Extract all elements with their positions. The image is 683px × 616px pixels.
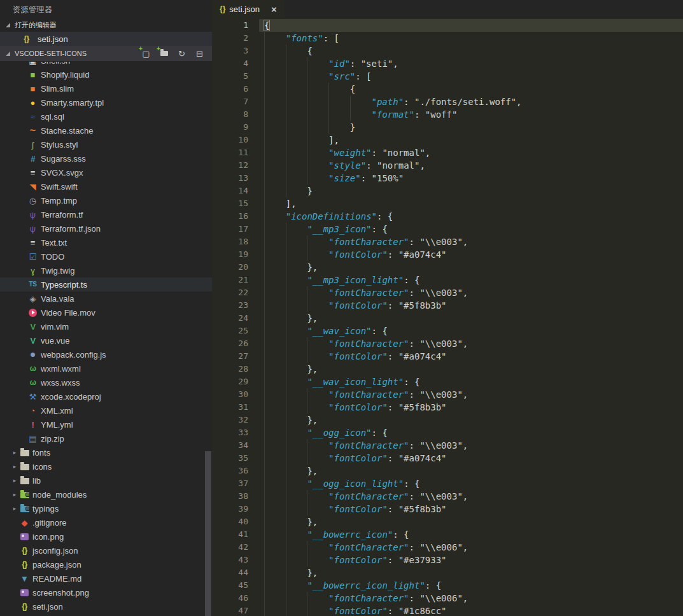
code-line-29[interactable]: 29"__wav_icon_light": { — [212, 375, 683, 388]
tree-item-webpack.config.js[interactable]: ●webpack.config.js — [0, 347, 212, 361]
code-line-35[interactable]: 35"fontColor": "#a074c4" — [212, 452, 683, 465]
tree-item-vue.vue[interactable]: Vvue.vue — [0, 333, 212, 347]
code-line-39[interactable]: 39"fontColor": "#5f8b3b" — [212, 503, 683, 515]
chevron-right-icon[interactable]: ▸ — [10, 477, 19, 484]
tree-item-Text.txt[interactable]: ≡Text.txt — [0, 235, 212, 249]
code-line-15[interactable]: 15], — [212, 197, 683, 210]
tree-item-jsconfig.json[interactable]: {}jsconfig.json — [0, 543, 212, 557]
code-line-47[interactable]: 47"fontColor": "#1c86cc" — [212, 605, 683, 616]
code-line-4[interactable]: 4"id": "seti", — [212, 57, 683, 70]
tree-item-xcode.xcodeproj[interactable]: ⚒xcode.xcodeproj — [0, 389, 212, 403]
tree-item-YML.yml[interactable]: !YML.yml — [0, 417, 212, 431]
new-file-icon[interactable]: ▢+ — [140, 48, 152, 60]
tree-item-wxss.wxss[interactable]: ωwxss.wxss — [0, 375, 212, 389]
tree-item-Typescript.ts[interactable]: TSTypescript.ts — [0, 277, 212, 291]
tree-item-Terraform.tf.json[interactable]: ψTerraform.tf.json — [0, 221, 212, 235]
code-line-6[interactable]: 6{ — [212, 83, 683, 95]
code-line-41[interactable]: 41"__bowerrc_icon": { — [212, 528, 683, 541]
new-folder-icon[interactable]: + — [158, 48, 170, 60]
tree-item-TODO[interactable]: ☑TODO — [0, 249, 212, 263]
code-line-38[interactable]: 38"fontCharacter": "\\e003", — [212, 490, 683, 503]
sidebar-scrollbar-thumb[interactable] — [205, 451, 211, 616]
tree-item-Temp.tmp[interactable]: ◷Temp.tmp — [0, 193, 212, 207]
tree-item-sql.sql[interactable]: ≈sql.sql — [0, 109, 212, 123]
code-line-46[interactable]: 46"fontCharacter": "\\e006", — [212, 592, 683, 605]
code-line-21[interactable]: 21"__mp3_icon_light": { — [212, 274, 683, 286]
code-line-18[interactable]: 18"fontCharacter": "\\e003", — [212, 235, 683, 248]
code-line-13[interactable]: 13"size": "150%" — [212, 172, 683, 185]
open-editors-section-header[interactable]: 打开的编辑器 — [0, 18, 212, 32]
code-line-8[interactable]: 8"format": "woff" — [212, 108, 683, 121]
code-line-26[interactable]: 26"fontCharacter": "\\e003", — [212, 337, 683, 350]
code-line-16[interactable]: 16"iconDefinitions": { — [212, 210, 683, 223]
tree-item-Terraform.tf[interactable]: ψTerraform.tf — [0, 207, 212, 221]
code-line-5[interactable]: 5"src": [ — [212, 70, 683, 83]
tree-item-Slim.slim[interactable]: ■Slim.slim — [0, 81, 212, 95]
tree-item-.gitignore[interactable]: ◆.gitignore — [0, 515, 212, 529]
code-line-45[interactable]: 45"__bowerrc_icon_light": { — [212, 579, 683, 592]
tree-item-XML.xml[interactable]: ◔XML.xml — [0, 403, 212, 417]
code-line-42[interactable]: 42"fontCharacter": "\\e006", — [212, 541, 683, 554]
tree-item-icons[interactable]: ▸icons — [0, 459, 212, 473]
code-editor[interactable]: 1{2"fonts": [3{4"id": "seti",5"src": [6{… — [212, 19, 683, 616]
code-line-17[interactable]: 17"__mp3_icon": { — [212, 223, 683, 235]
code-line-22[interactable]: 22"fontCharacter": "\\e003", — [212, 286, 683, 299]
refresh-icon[interactable]: ↻ — [176, 48, 188, 60]
tree-item-typings[interactable]: ▸typings — [0, 501, 212, 515]
tree-item-Shopify.liquid[interactable]: ■Shopify.liquid — [0, 67, 212, 81]
tree-item-Vala.vala[interactable]: ◈Vala.vala — [0, 291, 212, 305]
tree-item-Shell.sh[interactable]: ▣Shell.sh — [0, 62, 212, 67]
code-line-7[interactable]: 7"path": "./fonts/seti.woff", — [212, 95, 683, 108]
tree-item-README.md[interactable]: ▼README.md — [0, 571, 212, 585]
tree-item-lib[interactable]: ▸lib — [0, 473, 212, 487]
code-line-40[interactable]: 40}, — [212, 515, 683, 528]
tree-item-seti.json[interactable]: {}seti.json — [0, 599, 212, 613]
chevron-right-icon[interactable]: ▸ — [10, 491, 19, 498]
chevron-right-icon[interactable]: ▸ — [10, 463, 19, 470]
tree-item-Sugarss.sss[interactable]: #Sugarss.sss — [0, 151, 212, 165]
code-line-10[interactable]: 10], — [212, 134, 683, 146]
close-tab-icon[interactable]: × — [271, 4, 277, 14]
code-line-44[interactable]: 44}, — [212, 566, 683, 579]
collapse-all-icon[interactable]: ⊟ — [194, 48, 206, 60]
tree-item-Stache.stache[interactable]: ~Stache.stache — [0, 123, 212, 137]
open-editor-item-seti.json[interactable]: {}seti.json — [0, 32, 212, 46]
code-line-32[interactable]: 32}, — [212, 414, 683, 426]
tree-item-package.json[interactable]: {}package.json — [0, 557, 212, 571]
code-line-24[interactable]: 24}, — [212, 312, 683, 325]
code-line-3[interactable]: 3{ — [212, 45, 683, 57]
tree-item-Smarty.smarty.tpl[interactable]: ●Smarty.smarty.tpl — [0, 95, 212, 109]
code-line-11[interactable]: 11"weight": "normal", — [212, 146, 683, 159]
code-line-28[interactable]: 28}, — [212, 363, 683, 375]
tab-seti-json[interactable]: {} seti.json × — [212, 0, 285, 18]
code-line-9[interactable]: 9} — [212, 121, 683, 134]
project-section-header[interactable]: VSCODE-SETI-ICONS ▢++↻⊟ — [0, 46, 212, 61]
tree-item-Video File.mov[interactable]: Video File.mov — [0, 305, 212, 319]
code-line-34[interactable]: 34"fontCharacter": "\\e003", — [212, 439, 683, 452]
tree-item-SVGX.svgx[interactable]: ≡SVGX.svgx — [0, 165, 212, 179]
tree-item-wxml.wxml[interactable]: ωwxml.wxml — [0, 361, 212, 375]
tree-item-Stylus.styl[interactable]: ʃStylus.styl — [0, 137, 212, 151]
code-line-30[interactable]: 30"fontCharacter": "\\e003", — [212, 388, 683, 401]
code-line-1[interactable]: 1{ — [212, 19, 683, 32]
tree-item-node_modules[interactable]: ▸node_modules — [0, 487, 212, 501]
code-line-43[interactable]: 43"fontColor": "#e37933" — [212, 554, 683, 566]
code-line-25[interactable]: 25"__wav_icon": { — [212, 325, 683, 337]
chevron-right-icon[interactable]: ▸ — [10, 449, 19, 456]
chevron-right-icon[interactable]: ▸ — [10, 505, 19, 512]
code-line-33[interactable]: 33"__ogg_icon": { — [212, 426, 683, 439]
tree-item-Twig.twig[interactable]: ɣTwig.twig — [0, 263, 212, 277]
code-line-19[interactable]: 19"fontColor": "#a074c4" — [212, 248, 683, 261]
code-line-14[interactable]: 14} — [212, 185, 683, 197]
tree-item-fonts[interactable]: ▸fonts — [0, 445, 212, 459]
tree-item-icon.png[interactable]: icon.png — [0, 529, 212, 543]
code-line-12[interactable]: 12"style": "normal", — [212, 159, 683, 172]
tree-item-Swift.swift[interactable]: ◥Swift.swift — [0, 179, 212, 193]
code-line-31[interactable]: 31"fontColor": "#5f8b3b" — [212, 401, 683, 414]
code-line-36[interactable]: 36}, — [212, 465, 683, 477]
tree-item-zip.zip[interactable]: ▤zip.zip — [0, 431, 212, 445]
tree-item-screenshot.png[interactable]: screenshot.png — [0, 585, 212, 599]
code-line-23[interactable]: 23"fontColor": "#5f8b3b" — [212, 299, 683, 312]
code-line-27[interactable]: 27"fontColor": "#a074c4" — [212, 350, 683, 363]
code-line-37[interactable]: 37"__ogg_icon_light": { — [212, 477, 683, 490]
